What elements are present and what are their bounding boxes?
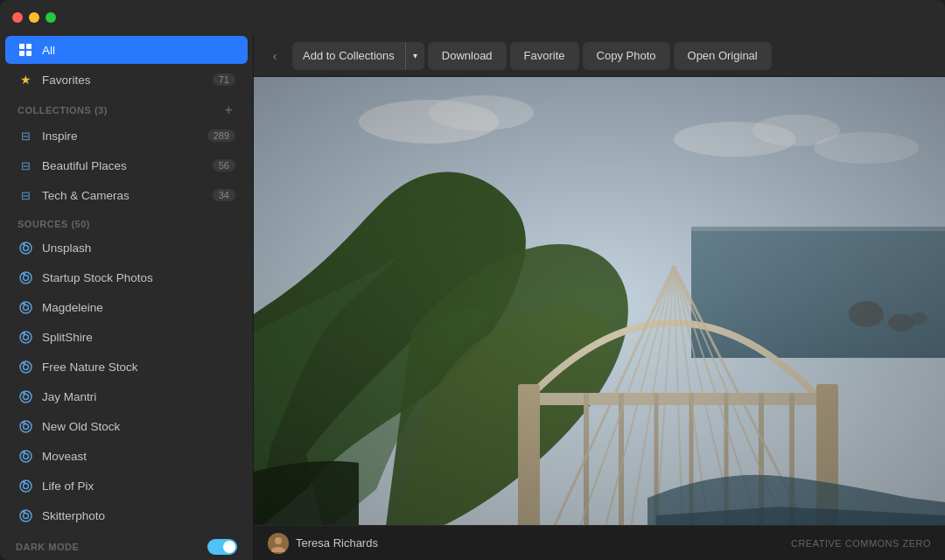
svg-point-13	[20, 332, 32, 343]
svg-point-68	[275, 537, 282, 544]
sidebar-item-startup-stock-photos[interactable]: Startup Stock Photos	[5, 263, 248, 291]
svg-rect-2	[19, 51, 24, 56]
sidebar-item-magdeleine[interactable]: Magdeleine	[5, 293, 248, 321]
sidebar-item-tech-cameras[interactable]: ⊟ Tech & Cameras 34	[5, 181, 248, 209]
svg-rect-9	[23, 273, 25, 275]
all-icon	[18, 42, 33, 58]
inspire-label: Inspire	[42, 130, 207, 143]
svg-rect-15	[23, 332, 25, 334]
add-collection-button[interactable]: ＋	[221, 103, 235, 117]
add-to-collections-dropdown[interactable]: ▾	[406, 42, 424, 70]
sidebar-item-unsplash[interactable]: Unsplash	[5, 234, 248, 262]
magdeleine-label: Magdeleine	[42, 301, 235, 314]
svg-point-4	[20, 242, 32, 254]
svg-rect-3	[26, 51, 32, 56]
back-icon: ‹	[273, 49, 277, 63]
dark-mode-row: DARK MODE	[0, 530, 253, 560]
svg-rect-21	[23, 392, 25, 394]
folder-icon-3: ⊟	[18, 187, 33, 203]
svg-rect-30	[23, 481, 25, 483]
photo-license: CREATIVE COMMONS ZERO	[791, 538, 931, 549]
camera-icon-unsplash	[18, 240, 33, 256]
dark-mode-toggle[interactable]	[207, 539, 237, 555]
beautiful-places-badge: 56	[213, 159, 235, 172]
sidebar-item-jay-mantri[interactable]: Jay Mantri	[5, 382, 248, 410]
close-button[interactable]	[12, 12, 23, 23]
app-window: All ★ Favorites 71 COLLECTIONS (3) ＋ ⊟	[0, 0, 945, 560]
add-to-collections-button[interactable]: Add to Collections	[292, 42, 406, 70]
free-nature-stock-label: Free Nature Stock	[42, 360, 235, 374]
svg-point-19	[20, 391, 32, 402]
svg-point-29	[23, 483, 28, 488]
copy-photo-button[interactable]: Copy Photo	[583, 42, 670, 70]
sources-header: SOURCES (50)	[0, 210, 253, 233]
sidebar-item-free-nature-stock[interactable]: Free Nature Stock	[5, 353, 248, 381]
moveast-label: Moveast	[42, 450, 235, 463]
bridge-photo	[254, 77, 945, 525]
star-icon: ★	[18, 72, 33, 88]
svg-point-5	[23, 245, 28, 250]
splitshire-label: SplitShire	[42, 331, 235, 344]
svg-rect-24	[23, 422, 25, 424]
camera-icon-magdeleine	[18, 299, 33, 315]
collections-header: COLLECTIONS (3) ＋	[0, 94, 253, 121]
svg-point-11	[23, 304, 28, 310]
svg-point-31	[20, 510, 32, 522]
svg-point-8	[23, 275, 28, 280]
svg-point-16	[20, 361, 32, 373]
favorites-label: Favorites	[42, 74, 213, 87]
photo-footer: Teresa Richards CREATIVE COMMONS ZERO	[254, 525, 945, 560]
svg-rect-27	[23, 452, 25, 453]
open-original-button[interactable]: Open Original	[674, 42, 772, 70]
photographer-name: Teresa Richards	[296, 536, 378, 550]
beautiful-places-label: Beautiful Places	[42, 159, 213, 172]
dark-mode-label: DARK MODE	[16, 542, 79, 552]
back-button[interactable]: ‹	[261, 42, 289, 70]
favorite-button[interactable]: Favorite	[510, 42, 579, 70]
svg-point-26	[23, 453, 28, 458]
unsplash-label: Unsplash	[42, 242, 235, 255]
photographer-avatar	[268, 533, 289, 554]
sidebar: All ★ Favorites 71 COLLECTIONS (3) ＋ ⊟	[0, 35, 254, 560]
sidebar-item-all[interactable]: All	[5, 36, 248, 64]
photo-container	[254, 77, 945, 525]
camera-icon-startup	[18, 270, 33, 285]
sidebar-item-life-of-pix[interactable]: Life of Pix	[5, 472, 248, 500]
sidebar-item-favorites[interactable]: ★ Favorites 71	[5, 66, 248, 94]
collections-header-label: COLLECTIONS (3)	[18, 105, 221, 116]
svg-point-10	[20, 302, 32, 313]
traffic-lights	[0, 12, 56, 23]
svg-rect-66	[254, 77, 945, 525]
svg-point-20	[23, 394, 28, 399]
camera-icon-jay-mantri	[18, 388, 33, 404]
svg-point-7	[20, 272, 32, 284]
jay-mantri-label: Jay Mantri	[42, 390, 235, 403]
add-to-collections-split-button: Add to Collections ▾	[292, 42, 424, 70]
life-of-pix-label: Life of Pix	[42, 480, 235, 493]
sidebar-item-skitterphoto[interactable]: Skitterphoto	[5, 501, 248, 529]
minimize-button[interactable]	[29, 12, 39, 23]
svg-rect-33	[23, 511, 25, 513]
sidebar-item-inspire[interactable]: ⊟ Inspire 289	[5, 122, 248, 150]
maximize-button[interactable]	[46, 12, 56, 23]
folder-icon-2: ⊟	[18, 158, 33, 173]
svg-rect-18	[23, 362, 25, 364]
sidebar-item-new-old-stock[interactable]: New Old Stock	[5, 412, 248, 440]
favorites-badge: 71	[213, 74, 235, 86]
svg-rect-6	[23, 243, 25, 245]
camera-icon-moveast	[18, 448, 33, 464]
svg-point-14	[23, 334, 28, 340]
sidebar-item-splitshire[interactable]: SplitShire	[5, 323, 248, 351]
dropdown-icon: ▾	[413, 51, 417, 60]
toolbar: ‹ Add to Collections ▾ Download Favorite…	[254, 35, 945, 77]
camera-icon-life-of-pix	[18, 478, 33, 494]
download-button[interactable]: Download	[428, 42, 507, 70]
folder-icon: ⊟	[18, 128, 33, 144]
svg-point-25	[20, 451, 32, 462]
titlebar	[0, 0, 945, 35]
all-label: All	[42, 44, 235, 57]
sidebar-item-beautiful-places[interactable]: ⊟ Beautiful Places 56	[5, 151, 248, 179]
sidebar-item-moveast[interactable]: Moveast	[5, 442, 248, 470]
camera-icon-splitshire	[18, 329, 33, 345]
svg-rect-0	[19, 44, 24, 49]
